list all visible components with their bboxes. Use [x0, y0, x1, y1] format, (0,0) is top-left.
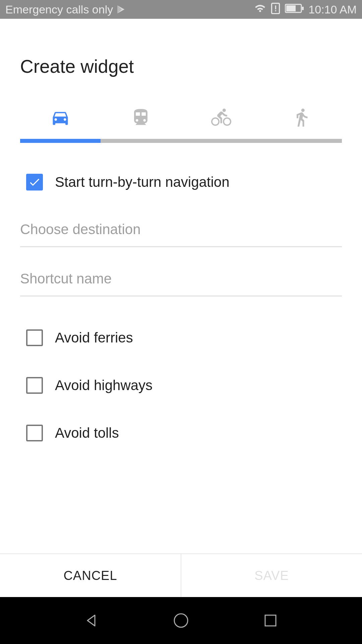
status-right: 10:10 AM — [254, 2, 357, 17]
nav-recent-button[interactable] — [257, 607, 284, 634]
walk-icon — [292, 107, 312, 129]
avoid-options: Avoid ferries Avoid highways Avoid tolls — [0, 307, 362, 441]
transit-icon — [131, 107, 151, 129]
svg-rect-7 — [265, 615, 276, 626]
avoid-ferries-checkbox[interactable] — [26, 329, 43, 346]
status-time: 10:10 AM — [308, 3, 357, 16]
destination-input[interactable]: Choose destination — [20, 221, 342, 247]
tab-car[interactable] — [20, 101, 101, 143]
tab-walk[interactable] — [261, 101, 342, 143]
svg-point-6 — [174, 614, 188, 627]
save-button[interactable]: SAVE — [181, 554, 362, 597]
destination-placeholder: Choose destination — [20, 221, 141, 237]
tab-transit[interactable] — [101, 101, 181, 143]
nav-home-button[interactable] — [168, 607, 194, 634]
svg-rect-1 — [275, 5, 276, 9]
start-navigation-checkbox[interactable] — [26, 174, 43, 191]
android-nav-bar — [0, 597, 362, 644]
sim-alert-icon — [270, 2, 281, 17]
shortcut-name-placeholder: Shortcut name — [20, 271, 112, 286]
status-bar: Emergency calls only 10:10 AM — [0, 0, 362, 19]
avoid-ferries-row[interactable]: Avoid ferries — [0, 329, 362, 346]
svg-rect-5 — [302, 7, 304, 10]
bicycle-icon — [211, 107, 231, 129]
avoid-tolls-checkbox[interactable] — [26, 425, 43, 441]
svg-rect-2 — [275, 10, 276, 11]
status-left: Emergency calls only — [5, 3, 126, 16]
button-bar: CANCEL SAVE — [0, 553, 362, 597]
shortcut-name-input[interactable]: Shortcut name — [20, 271, 342, 297]
wifi-icon — [254, 2, 266, 17]
carrier-text: Emergency calls only — [5, 3, 113, 16]
page-title: Create widget — [0, 19, 362, 101]
car-icon — [50, 107, 70, 129]
travel-mode-tabs — [0, 101, 362, 143]
start-navigation-label: Start turn-by-turn navigation — [55, 174, 230, 190]
play-store-icon — [116, 5, 126, 14]
battery-icon — [285, 3, 304, 16]
avoid-highways-checkbox[interactable] — [26, 377, 43, 394]
avoid-highways-row[interactable]: Avoid highways — [0, 377, 362, 394]
avoid-highways-label: Avoid highways — [55, 377, 153, 393]
avoid-tolls-label: Avoid tolls — [55, 425, 119, 441]
nav-back-button[interactable] — [78, 607, 105, 634]
cancel-button[interactable]: CANCEL — [0, 554, 181, 597]
start-navigation-row[interactable]: Start turn-by-turn navigation — [0, 174, 362, 191]
svg-rect-4 — [286, 5, 296, 11]
tab-bicycle[interactable] — [181, 101, 261, 143]
content-area: Create widget Start turn-by-tu — [0, 19, 362, 597]
avoid-tolls-row[interactable]: Avoid tolls — [0, 425, 362, 441]
avoid-ferries-label: Avoid ferries — [55, 330, 133, 346]
